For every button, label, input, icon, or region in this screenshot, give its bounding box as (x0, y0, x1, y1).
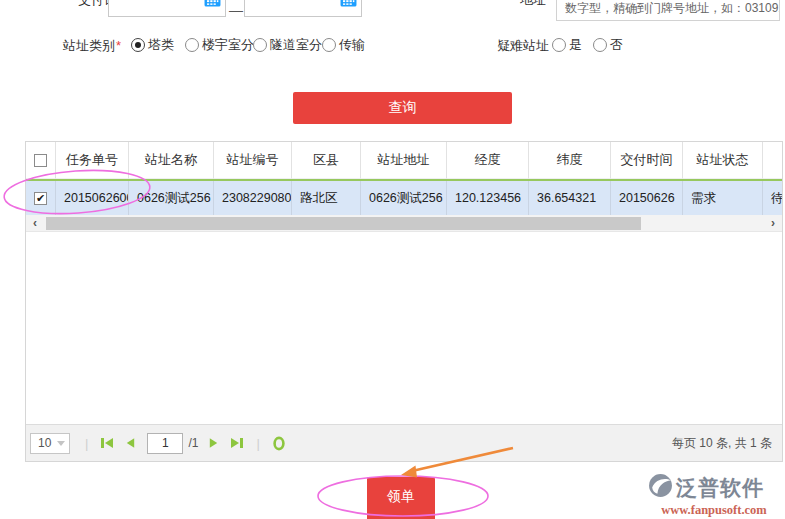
radio-building-indoor[interactable]: 楼宇室分 (185, 36, 254, 54)
column-header[interactable]: 站址地址 (361, 142, 447, 179)
pagination-summary: 每页 10 条, 共 1 条 (672, 435, 772, 452)
scroll-right-icon[interactable]: › (764, 215, 782, 232)
radio-dot-icon[interactable] (131, 38, 145, 52)
column-header[interactable]: 纬度 (529, 142, 611, 179)
next-page-icon[interactable] (207, 436, 220, 450)
column-header[interactable]: 经度 (447, 142, 529, 179)
radio-yes[interactable]: 是 (552, 36, 582, 54)
cell-site-code: 2308229080... (214, 181, 292, 215)
scrollbar-thumb[interactable] (46, 217, 641, 230)
calendar-icon[interactable] (204, 0, 221, 11)
radio-tower[interactable]: 塔类 (131, 36, 174, 54)
fanpu-logo-icon (648, 473, 673, 502)
column-header[interactable]: 站址名称 (129, 142, 214, 179)
watermark-url: www.fanpusoft.com (648, 503, 780, 518)
watermark: 泛普软件 www.fanpusoft.com (648, 473, 780, 518)
cell-delivery-time: 20150626 (611, 181, 683, 215)
hint-field[interactable]: 数字型，精确到门牌号地址，如：0310912021 (556, 0, 780, 21)
prev-page-icon[interactable] (124, 436, 137, 450)
select-all-checkbox[interactable] (34, 154, 47, 167)
table-header-row: 任务单号 站址名称 站址编号 区县 站址地址 经度 纬度 交付时间 站址状态 (26, 142, 782, 179)
first-page-icon[interactable] (100, 436, 114, 450)
radio-dot-icon[interactable] (185, 38, 199, 52)
radio-transmission[interactable]: 传输 (322, 36, 365, 54)
date-to-input[interactable] (244, 0, 362, 17)
separator: | (256, 436, 259, 451)
cell-task-number: 2015062600... (56, 181, 129, 215)
radio-dot-icon[interactable] (552, 38, 566, 52)
cell-district: 路北区 (292, 181, 361, 215)
column-header[interactable]: 任务单号 (56, 142, 129, 179)
cell-site-address: 0626测试256 (361, 181, 447, 215)
cell-extra: 待 (763, 181, 783, 215)
date-from-input[interactable] (108, 0, 226, 17)
page-total: /1 (188, 436, 198, 450)
page-number-input[interactable] (147, 433, 183, 454)
page-size-select[interactable]: 10 (30, 433, 70, 454)
pagination-bar: 10 | /1 | 每页 10 条, 共 1 条 (26, 424, 782, 461)
horizontal-scrollbar[interactable]: ‹ › (26, 215, 782, 232)
column-header[interactable] (763, 142, 783, 179)
hint-field-label: 地址 (520, 0, 546, 9)
radio-tunnel-indoor[interactable]: 隧道室分 (253, 36, 322, 54)
results-table: 任务单号 站址名称 站址编号 区县 站址地址 经度 纬度 交付时间 站址状态 ✔… (25, 141, 783, 462)
cell-latitude: 36.654321 (529, 181, 611, 215)
page-size-value: 10 (38, 436, 51, 450)
select-all-header (26, 142, 56, 179)
column-header[interactable]: 站址编号 (214, 142, 292, 179)
row-checkbox-checked[interactable]: ✔ (34, 192, 47, 205)
scrollbar-track[interactable] (44, 215, 764, 232)
query-button[interactable]: 查询 (293, 92, 512, 124)
row-checkbox-cell: ✔ (26, 181, 56, 215)
site-category-label: 站址类别* (63, 37, 121, 55)
chevron-down-icon (57, 441, 65, 446)
scroll-left-icon[interactable]: ‹ (26, 215, 44, 232)
radio-dot-icon[interactable] (593, 38, 607, 52)
table-row[interactable]: ✔ 2015062600... 0626测试256 2308229080... … (26, 179, 782, 215)
cell-site-status: 需求 (683, 181, 763, 215)
date-range-separator: — (229, 2, 243, 18)
cell-longitude: 120.123456 (447, 181, 529, 215)
required-asterisk: * (116, 38, 121, 53)
radio-no[interactable]: 否 (593, 36, 623, 54)
column-header[interactable]: 区县 (292, 142, 361, 179)
radio-dot-icon[interactable] (253, 38, 267, 52)
page: 交付日期 — 地址 数字型，精确到门牌号地址，如：0310912021 站址类别… (0, 0, 785, 519)
radio-dot-icon[interactable] (322, 38, 336, 52)
last-page-icon[interactable] (230, 436, 244, 450)
pointer-arrow-head (401, 466, 417, 478)
column-header[interactable]: 站址状态 (683, 142, 763, 179)
calendar-icon[interactable] (340, 0, 357, 11)
column-header[interactable]: 交付时间 (611, 142, 683, 179)
watermark-brand: 泛普软件 (676, 474, 764, 502)
difficult-site-label: 疑难站址 (497, 37, 549, 55)
claim-order-button[interactable]: 领单 (367, 477, 435, 519)
refresh-icon[interactable] (272, 436, 286, 451)
separator: | (85, 436, 88, 451)
cell-site-name: 0626测试256 (129, 181, 214, 215)
hint-field-text: 数字型，精确到门牌号地址，如：0310912021 (565, 0, 780, 17)
